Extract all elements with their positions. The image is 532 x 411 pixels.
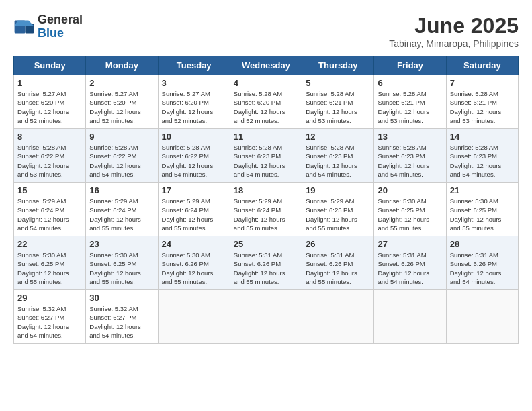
week-row-1: 1Sunrise: 5:27 AMSunset: 6:20 PMDaylight… bbox=[14, 75, 519, 129]
table-row: 15Sunrise: 5:29 AMSunset: 6:24 PMDayligh… bbox=[14, 183, 86, 236]
table-row bbox=[158, 290, 230, 344]
col-monday: Monday bbox=[86, 56, 158, 75]
table-row: 20Sunrise: 5:30 AMSunset: 6:25 PMDayligh… bbox=[374, 183, 446, 236]
table-row: 24Sunrise: 5:30 AMSunset: 6:26 PMDayligh… bbox=[158, 236, 230, 290]
col-thursday: Thursday bbox=[302, 56, 374, 75]
table-row: 1Sunrise: 5:27 AMSunset: 6:20 PMDaylight… bbox=[14, 75, 86, 129]
table-row bbox=[230, 290, 302, 344]
table-row: 17Sunrise: 5:29 AMSunset: 6:24 PMDayligh… bbox=[158, 183, 230, 236]
week-row-3: 15Sunrise: 5:29 AMSunset: 6:24 PMDayligh… bbox=[14, 183, 519, 236]
table-row: 5Sunrise: 5:28 AMSunset: 6:21 PMDaylight… bbox=[302, 75, 374, 129]
table-row: 8Sunrise: 5:28 AMSunset: 6:22 PMDaylight… bbox=[14, 129, 86, 183]
table-row: 6Sunrise: 5:28 AMSunset: 6:21 PMDaylight… bbox=[374, 75, 446, 129]
table-row: 13Sunrise: 5:28 AMSunset: 6:23 PMDayligh… bbox=[374, 129, 446, 183]
table-row: 18Sunrise: 5:29 AMSunset: 6:24 PMDayligh… bbox=[230, 183, 302, 236]
location-title: Tabinay, Mimaropa, Philippines bbox=[389, 38, 519, 49]
table-row: 23Sunrise: 5:30 AMSunset: 6:25 PMDayligh… bbox=[86, 236, 158, 290]
table-row: 4Sunrise: 5:28 AMSunset: 6:20 PMDaylight… bbox=[230, 75, 302, 129]
col-saturday: Saturday bbox=[446, 56, 518, 75]
table-row: 16Sunrise: 5:29 AMSunset: 6:24 PMDayligh… bbox=[86, 183, 158, 236]
table-row bbox=[374, 290, 446, 344]
title-area: June 2025 Tabinay, Mimaropa, Philippines bbox=[389, 13, 519, 49]
table-row: 14Sunrise: 5:28 AMSunset: 6:23 PMDayligh… bbox=[446, 129, 518, 183]
table-row: 29Sunrise: 5:32 AMSunset: 6:27 PMDayligh… bbox=[14, 290, 86, 344]
calendar-table: Sunday Monday Tuesday Wednesday Thursday… bbox=[13, 56, 519, 344]
table-row: 28Sunrise: 5:31 AMSunset: 6:26 PMDayligh… bbox=[446, 236, 518, 290]
table-row bbox=[302, 290, 374, 344]
table-row: 27Sunrise: 5:31 AMSunset: 6:26 PMDayligh… bbox=[374, 236, 446, 290]
weekday-header-row: Sunday Monday Tuesday Wednesday Thursday… bbox=[14, 56, 519, 75]
table-row: 3Sunrise: 5:27 AMSunset: 6:20 PMDaylight… bbox=[158, 75, 230, 129]
table-row: 7Sunrise: 5:28 AMSunset: 6:21 PMDaylight… bbox=[446, 75, 518, 129]
col-sunday: Sunday bbox=[14, 56, 86, 75]
table-row: 12Sunrise: 5:28 AMSunset: 6:23 PMDayligh… bbox=[302, 129, 374, 183]
table-row: 19Sunrise: 5:29 AMSunset: 6:25 PMDayligh… bbox=[302, 183, 374, 236]
week-row-2: 8Sunrise: 5:28 AMSunset: 6:22 PMDaylight… bbox=[14, 129, 519, 183]
month-title: June 2025 bbox=[389, 13, 519, 38]
table-row: 2Sunrise: 5:27 AMSunset: 6:20 PMDaylight… bbox=[86, 75, 158, 129]
table-row bbox=[446, 290, 518, 344]
logo: General Blue bbox=[13, 13, 83, 40]
logo-text: General Blue bbox=[38, 13, 83, 40]
week-row-4: 22Sunrise: 5:30 AMSunset: 6:25 PMDayligh… bbox=[14, 236, 519, 290]
col-friday: Friday bbox=[374, 56, 446, 75]
table-row: 25Sunrise: 5:31 AMSunset: 6:26 PMDayligh… bbox=[230, 236, 302, 290]
svg-marker-2 bbox=[15, 20, 34, 26]
table-row: 26Sunrise: 5:31 AMSunset: 6:26 PMDayligh… bbox=[302, 236, 374, 290]
table-row: 10Sunrise: 5:28 AMSunset: 6:22 PMDayligh… bbox=[158, 129, 230, 183]
table-row: 22Sunrise: 5:30 AMSunset: 6:25 PMDayligh… bbox=[14, 236, 86, 290]
table-row: 9Sunrise: 5:28 AMSunset: 6:22 PMDaylight… bbox=[86, 129, 158, 183]
col-tuesday: Tuesday bbox=[158, 56, 230, 75]
week-row-5: 29Sunrise: 5:32 AMSunset: 6:27 PMDayligh… bbox=[14, 290, 519, 344]
logo-icon bbox=[13, 16, 35, 38]
page-header: General Blue June 2025 Tabinay, Mimaropa… bbox=[13, 13, 519, 49]
table-row: 30Sunrise: 5:32 AMSunset: 6:27 PMDayligh… bbox=[86, 290, 158, 344]
table-row: 21Sunrise: 5:30 AMSunset: 6:25 PMDayligh… bbox=[446, 183, 518, 236]
col-wednesday: Wednesday bbox=[230, 56, 302, 75]
table-row: 11Sunrise: 5:28 AMSunset: 6:23 PMDayligh… bbox=[230, 129, 302, 183]
